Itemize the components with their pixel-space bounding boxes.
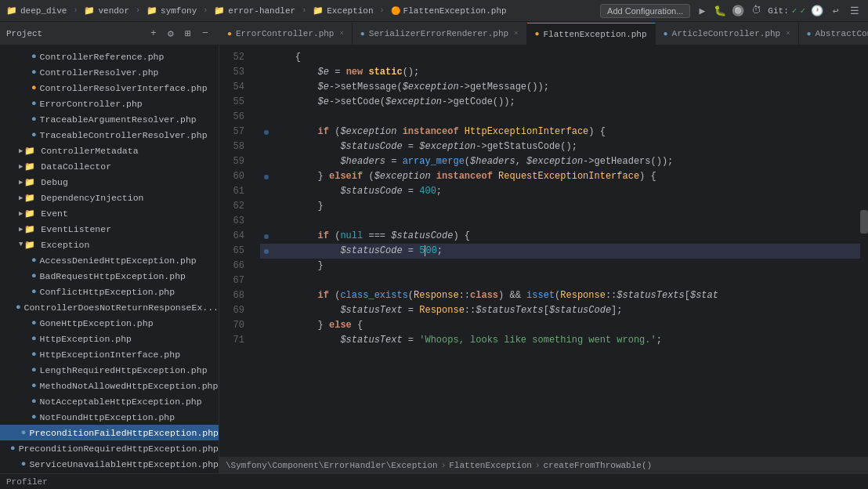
- sidebar-item-25[interactable]: ●PreconditionRequiredHttpException.php: [0, 440, 219, 456]
- sidebar-item-8[interactable]: ▶📁 Debug: [0, 174, 219, 190]
- file-type-icon: ●: [31, 130, 37, 139]
- sidebar-add-icon[interactable]: +: [146, 27, 161, 41]
- add-configuration-button[interactable]: Add Configuration...: [600, 4, 690, 18]
- sidebar-item-7[interactable]: ▶📁 DataCollector: [0, 158, 219, 174]
- tab-0[interactable]: ●ErrorController.php×: [219, 23, 353, 45]
- sidebar-item-13[interactable]: ●AccessDeniedHttpException.php: [0, 252, 219, 268]
- coverage-icon[interactable]: 🔘: [731, 4, 745, 18]
- status-breadcrumb: \Symfony\Component\ErrorHandler\Exceptio…: [226, 461, 652, 470]
- tab-close-icon[interactable]: ×: [339, 30, 343, 38]
- file-tree: ●ControllerReference.php●ControllerResol…: [0, 45, 219, 473]
- sidebar-item-5[interactable]: ●TraceableControllerResolver.php: [0, 127, 219, 143]
- sidebar-settings-icon[interactable]: ⚙: [164, 27, 178, 41]
- tab-1[interactable]: ●SerializerErrorRenderer.php×: [353, 23, 527, 45]
- sidebar-item-17[interactable]: ●GoneHttpException.php: [0, 315, 219, 331]
- debug-icon[interactable]: 🐛: [713, 4, 727, 18]
- sidebar-collapse-icon[interactable]: −: [198, 27, 212, 41]
- tab-bar: ●ErrorController.php×●SerializerErrorRen…: [219, 22, 868, 45]
- folder-icon: 📁: [24, 146, 35, 156]
- breakpoint-icon[interactable]: [264, 175, 269, 179]
- sidebar-item-15[interactable]: ●ConflictHttpException.php: [0, 284, 219, 299]
- folder-icon: 📁: [24, 193, 35, 203]
- code-line-57: if ($exception instanceof HttpExceptionI…: [260, 125, 860, 139]
- run-icon[interactable]: ▶: [695, 4, 709, 18]
- code-line-66: }: [260, 259, 860, 273]
- code-line-70: } else {: [260, 318, 860, 333]
- status-sep2: ›: [535, 461, 541, 470]
- sidebar-item-10[interactable]: ▶📁 Event: [0, 205, 219, 221]
- file-type-icon: ●: [31, 255, 37, 265]
- code-line-69: $statusText = Response::$statusTexts[$st…: [260, 303, 860, 318]
- file-type-icon: ●: [31, 365, 37, 375]
- sidebar-item-12[interactable]: ▼📁 Exception: [0, 237, 219, 252]
- breadcrumb-symfony[interactable]: 📁 symfony: [146, 5, 197, 16]
- breadcrumb-deep-dive[interactable]: 📁 deep_dive: [6, 5, 67, 16]
- sidebar-item-6[interactable]: ▶📁 ControllerMetadata: [0, 143, 219, 158]
- breadcrumb-sep: ›: [136, 6, 140, 15]
- code-content[interactable]: { $e = new static(); $e->setMessage($exc…: [252, 45, 860, 456]
- breakpoint-icon[interactable]: [264, 130, 269, 135]
- breakpoint-icon[interactable]: [264, 234, 269, 239]
- status-sep1: ›: [441, 461, 447, 470]
- code-text: $e = new static();: [273, 65, 419, 80]
- code-text: $headers = array_merge($headers, $except…: [273, 154, 673, 169]
- git-check2: ✓: [800, 5, 805, 16]
- sidebar-item-11[interactable]: ▶📁 EventListener: [0, 221, 219, 237]
- line-number-55: 55: [219, 95, 244, 110]
- menu-icon[interactable]: ☰: [848, 4, 862, 18]
- sidebar-item-2[interactable]: ●ControllerResolverInterface.php: [0, 80, 219, 96]
- line-number-71: 71: [219, 333, 244, 348]
- breakpoint-icon[interactable]: [264, 249, 269, 254]
- tab-close-icon[interactable]: ×: [514, 30, 518, 38]
- history-icon[interactable]: 🕐: [810, 4, 824, 18]
- sidebar-item-16[interactable]: ●ControllerDoesNotReturnResponseEx...: [0, 299, 219, 315]
- profile-icon[interactable]: ⏱: [749, 4, 763, 18]
- gutter-65: [260, 249, 273, 254]
- sidebar-item-1[interactable]: ●ControllerResolver.php: [0, 64, 219, 80]
- code-editor: 5253545556575859606162636465666768697071…: [219, 45, 868, 456]
- sidebar-item-18[interactable]: ●HttpException.php: [0, 331, 219, 346]
- breadcrumb-label: vendor: [98, 6, 129, 16]
- tab-3[interactable]: ●ArticleController.php×: [656, 23, 799, 45]
- sidebar-item-21[interactable]: ●MethodNotAllowedHttpException.php: [0, 378, 219, 393]
- code-text: $e->setCode($exception->getCode());: [273, 95, 515, 110]
- breadcrumb-label: deep_dive: [20, 6, 67, 16]
- sidebar-layout-icon[interactable]: ⊞: [181, 27, 195, 41]
- sidebar-item-9[interactable]: ▶📁 DependencyInjection: [0, 190, 219, 205]
- tab-label: FlattenException.php: [544, 30, 647, 39]
- tab-file-icon: ●: [227, 30, 232, 38]
- sidebar-item-20[interactable]: ●LengthRequiredHttpException.php: [0, 362, 219, 378]
- folder-arrow-icon: ▶: [19, 178, 23, 187]
- line-number-56: 56: [219, 110, 244, 125]
- line-number-62: 62: [219, 199, 244, 214]
- sidebar-item-3[interactable]: ●ErrorController.php: [0, 96, 219, 111]
- sidebar-item-23[interactable]: ●NotFoundHttpException.php: [0, 409, 219, 425]
- scrollbar-thumb[interactable]: [860, 210, 868, 234]
- tab-label: SerializerErrorRenderer.php: [369, 29, 508, 38]
- sidebar-item-0[interactable]: ●ControllerReference.php: [0, 49, 219, 64]
- folder-icon: 📁: [24, 224, 35, 234]
- sidebar-item-19[interactable]: ●HttpExceptionInterface.php: [0, 346, 219, 362]
- file-type-icon: ●: [31, 67, 37, 77]
- breadcrumb-vendor[interactable]: 📁 vendor: [84, 5, 129, 16]
- file-type-icon: ●: [31, 114, 37, 124]
- sidebar-item-24[interactable]: ●PreconditionFailedHttpException.php: [0, 425, 219, 440]
- file-type-icon: ●: [31, 83, 37, 92]
- tab-close-icon[interactable]: ×: [786, 30, 790, 38]
- tab-2[interactable]: ●FlattenException.php: [527, 23, 656, 45]
- code-text: $statusCode = $exception->getStatusCode(…: [273, 139, 577, 154]
- sidebar-item-4[interactable]: ●TraceableArgumentResolver.php: [0, 111, 219, 127]
- breadcrumb-file[interactable]: 🟠 FlattenException.php: [391, 6, 507, 16]
- vertical-scrollbar[interactable]: [860, 45, 868, 456]
- breadcrumb-error-handler[interactable]: 📁 error-handler: [214, 5, 295, 16]
- sidebar-item-26[interactable]: ●ServiceUnavailableHttpException.php: [0, 456, 219, 472]
- file-type-icon: ●: [31, 334, 37, 343]
- sidebar-item-14[interactable]: ●BadRequestHttpException.php: [0, 268, 219, 284]
- tab-4[interactable]: ●AbstractController.php×: [799, 23, 868, 45]
- sidebar-item-22[interactable]: ●NotAcceptableHttpException.php: [0, 393, 219, 409]
- file-type-icon: ●: [31, 287, 37, 296]
- breadcrumb-exception[interactable]: 📁 Exception: [313, 5, 373, 16]
- undo-icon[interactable]: ↩: [829, 4, 843, 18]
- status-namespace: \Symfony\Component\ErrorHandler\Exceptio…: [226, 461, 438, 470]
- code-line-58: $statusCode = $exception->getStatusCode(…: [260, 139, 860, 154]
